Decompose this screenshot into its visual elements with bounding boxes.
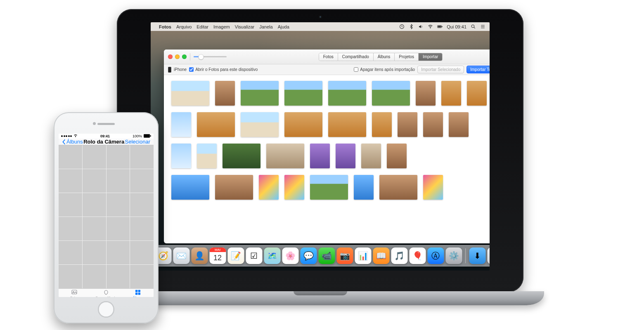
camera-roll-thumbnail[interactable]: [107, 145, 130, 169]
thumbnail-size-slider[interactable]: [194, 54, 227, 60]
battery-icon[interactable]: [437, 24, 443, 29]
import-thumbnail[interactable]: [241, 81, 279, 106]
camera-roll-thumbnail[interactable]: [83, 169, 106, 193]
import-thumbnail-grid[interactable]: [164, 75, 490, 243]
volume-icon[interactable]: [418, 24, 424, 29]
camera-roll-thumbnail[interactable]: [130, 169, 154, 193]
dock-notes[interactable]: 📝: [227, 248, 244, 264]
import-thumbnail[interactable]: [372, 112, 392, 137]
import-thumbnail[interactable]: [171, 81, 209, 106]
dock-messages[interactable]: 💬: [300, 248, 317, 264]
camera-roll-thumbnail[interactable]: [59, 169, 82, 193]
camera-roll-thumbnail[interactable]: [130, 145, 154, 169]
import-thumbnail[interactable]: [398, 112, 417, 137]
camera-roll-thumbnail[interactable]: [59, 265, 82, 288]
import-thumbnail[interactable]: [361, 144, 381, 168]
dock-photos[interactable]: 🌸: [282, 248, 298, 264]
camera-roll-thumbnail[interactable]: [59, 145, 82, 169]
notification-center-icon[interactable]: [480, 24, 485, 29]
camera-roll-thumbnail[interactable]: [107, 217, 130, 240]
import-thumbnail[interactable]: [215, 81, 235, 106]
home-button[interactable]: [98, 301, 114, 318]
wifi-icon[interactable]: [428, 24, 433, 29]
camera-roll-thumbnail[interactable]: [130, 193, 154, 217]
camera-roll-thumbnail[interactable]: [83, 217, 106, 240]
menu-arquivo[interactable]: Arquivo: [176, 24, 192, 29]
dock-calendar[interactable]: MAI12: [209, 248, 226, 264]
import-thumbnail[interactable]: [310, 144, 330, 168]
import-thumbnail[interactable]: [423, 112, 443, 137]
camera-roll-thumbnail[interactable]: [130, 241, 154, 264]
bluetooth-icon[interactable]: [409, 24, 414, 29]
dock-contacts[interactable]: 👤: [191, 248, 208, 264]
import-thumbnail[interactable]: [197, 112, 235, 137]
import-thumbnail[interactable]: [259, 175, 279, 200]
view-tab-fotos[interactable]: Fotos: [319, 53, 338, 61]
import-thumbnail[interactable]: [416, 81, 436, 106]
tab-fotos[interactable]: Fotos: [59, 289, 90, 297]
spotlight-icon[interactable]: [471, 24, 476, 29]
camera-roll-thumbnail[interactable]: [130, 265, 154, 288]
delete-after-checkbox[interactable]: Apagar itens após importação: [354, 67, 415, 72]
camera-roll-thumbnail[interactable]: [59, 241, 82, 264]
tab-compartilhado[interactable]: Compartilhado: [90, 289, 122, 297]
import-thumbnail[interactable]: [354, 175, 374, 200]
window-fullscreen-button[interactable]: [182, 54, 187, 59]
dock-ibooks[interactable]: 📖: [373, 248, 389, 264]
tab-albuns[interactable]: Álbuns: [122, 289, 154, 297]
menu-ajuda[interactable]: Ajuda: [278, 24, 289, 29]
view-tab-compartilhado[interactable]: Compartilhado: [338, 53, 374, 61]
camera-roll-thumbnail[interactable]: [107, 241, 130, 264]
view-tab-importar[interactable]: Importar: [419, 53, 442, 61]
camera-roll-thumbnail[interactable]: [83, 241, 106, 264]
camera-roll-grid[interactable]: [59, 145, 154, 288]
dock-mail[interactable]: ✉️: [173, 248, 189, 264]
app-menu[interactable]: Fotos: [159, 24, 171, 29]
import-thumbnail[interactable]: [171, 175, 209, 200]
import-thumbnail[interactable]: [310, 175, 348, 200]
import-thumbnail[interactable]: [441, 81, 461, 106]
camera-roll-thumbnail[interactable]: [83, 145, 106, 169]
select-button[interactable]: Selecionar: [125, 139, 150, 145]
import-selected-button[interactable]: Importar Selecionado: [417, 66, 464, 73]
import-all-button[interactable]: Importar Todas as Fotos Novas: [466, 66, 490, 73]
import-thumbnail[interactable]: [379, 175, 417, 200]
dock-downloads[interactable]: ⬇︎: [469, 248, 485, 264]
menu-janela[interactable]: Janela: [259, 24, 272, 29]
menu-editar[interactable]: Editar: [197, 24, 208, 29]
import-thumbnail[interactable]: [467, 81, 487, 106]
dock-reminders[interactable]: ☑︎: [246, 248, 262, 264]
dock-itunes[interactable]: 🎵: [391, 248, 407, 264]
window-close-button[interactable]: [168, 54, 173, 59]
import-thumbnail[interactable]: [266, 144, 304, 168]
back-button[interactable]: Álbuns: [62, 139, 83, 145]
dock-game-center[interactable]: 🎈: [409, 248, 426, 264]
camera-roll-thumbnail[interactable]: [130, 217, 154, 240]
import-thumbnail[interactable]: [284, 81, 322, 106]
import-thumbnail[interactable]: [284, 112, 322, 137]
delete-after-input[interactable]: [354, 67, 358, 72]
import-thumbnail[interactable]: [449, 112, 469, 137]
dock-photo-booth[interactable]: 📷: [336, 248, 353, 264]
menu-visualizar[interactable]: Visualizar: [235, 24, 255, 29]
import-thumbnail[interactable]: [215, 175, 253, 200]
dock-trash[interactable]: 🗑️: [487, 248, 490, 264]
import-thumbnail[interactable]: [423, 175, 443, 200]
window-minimize-button[interactable]: [175, 54, 180, 59]
import-thumbnail[interactable]: [171, 112, 191, 137]
view-tab-projetos[interactable]: Projetos: [395, 53, 419, 61]
dock-preferences[interactable]: ⚙️: [445, 248, 462, 264]
menubar-clock[interactable]: Qui 09:41: [447, 24, 466, 29]
import-thumbnail[interactable]: [387, 144, 407, 168]
time-machine-icon[interactable]: [399, 24, 405, 29]
camera-roll-thumbnail[interactable]: [107, 169, 130, 193]
import-thumbnail[interactable]: [328, 81, 366, 106]
camera-roll-thumbnail[interactable]: [59, 217, 82, 240]
import-thumbnail[interactable]: [328, 112, 366, 137]
dock-numbers[interactable]: 📊: [355, 248, 371, 264]
camera-roll-thumbnail[interactable]: [83, 265, 106, 288]
import-thumbnail[interactable]: [284, 175, 304, 200]
camera-roll-thumbnail[interactable]: [83, 193, 106, 217]
open-for-device-input[interactable]: [189, 67, 194, 72]
dock-maps[interactable]: 🗺️: [264, 248, 280, 264]
